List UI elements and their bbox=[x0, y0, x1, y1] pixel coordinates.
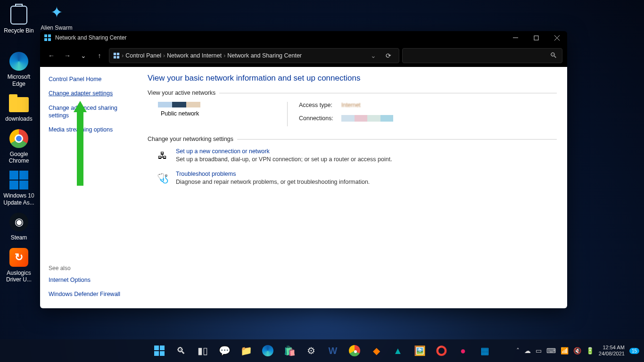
desktop-label: Microsoft Edge bbox=[1, 74, 37, 87]
sidebar-defender-firewall[interactable]: Windows Defender Firewall bbox=[49, 290, 129, 298]
up-button[interactable]: ↑ bbox=[93, 49, 106, 62]
breadcrumb-control-panel[interactable]: Control Panel bbox=[125, 52, 161, 59]
svg-rect-11 bbox=[117, 56, 119, 58]
task-view-button[interactable]: ▮▯ bbox=[193, 341, 212, 360]
address-dropdown[interactable]: ⌄ bbox=[367, 49, 380, 62]
taskbar-store[interactable]: 🛍️ bbox=[280, 341, 299, 360]
group-change-settings: Change your networking settings bbox=[148, 136, 557, 142]
address-bar[interactable]: › Control Panel › Network and Internet ›… bbox=[109, 48, 399, 63]
setup-connection-icon: 🖧 bbox=[155, 148, 170, 163]
svg-rect-9 bbox=[117, 53, 119, 55]
sidebar-change-adapter-settings[interactable]: Change adapter settings bbox=[49, 90, 129, 97]
taskbar-settings[interactable]: ⚙ bbox=[302, 341, 321, 360]
tray-wifi[interactable]: 📶 bbox=[561, 347, 569, 354]
touchpad-icon: ▭ bbox=[536, 347, 542, 354]
connections-value-redacted[interactable] bbox=[341, 115, 393, 126]
app-icon: ◆ bbox=[373, 345, 380, 356]
divider bbox=[287, 102, 288, 126]
desktop-icon-downloads[interactable]: downloads bbox=[0, 91, 38, 126]
back-button[interactable]: ← bbox=[45, 49, 58, 62]
setup-connection-desc: Set up a broadband, dial-up, or VPN conn… bbox=[176, 156, 392, 163]
breadcrumb-network-sharing[interactable]: Network and Sharing Center bbox=[227, 52, 302, 59]
tray-volume[interactable]: 🔇 bbox=[573, 347, 581, 354]
wifi-icon: 📶 bbox=[561, 347, 569, 354]
tray-keyboard[interactable]: ⌨ bbox=[546, 347, 556, 354]
close-icon bbox=[554, 35, 560, 41]
breadcrumb-sep: › bbox=[223, 52, 225, 59]
troubleshoot-title[interactable]: Troubleshoot problems bbox=[176, 171, 236, 177]
search-icon: 🔍︎ bbox=[176, 346, 186, 356]
troubleshoot-desc: Diagnose and repair network problems, or… bbox=[176, 179, 370, 185]
system-tray: ˄ ☁ ▭ ⌨ 📶 🔇 🔋 12:54 AM 24/08/2021 15 bbox=[516, 345, 644, 357]
sidebar-internet-options[interactable]: Internet Options bbox=[49, 276, 129, 284]
desktop-icon-windows-update[interactable]: Windows 10 Update As... bbox=[0, 168, 38, 210]
keyboard-icon: ⌨ bbox=[546, 347, 556, 354]
sidebar-control-panel-home[interactable]: Control Panel Home bbox=[49, 75, 129, 83]
sidebar-media-streaming[interactable]: Media streaming options bbox=[49, 126, 129, 133]
taskbar-edge[interactable] bbox=[258, 341, 277, 360]
svg-rect-2 bbox=[44, 38, 47, 41]
taskbar-explorer[interactable]: 📁 bbox=[237, 341, 256, 360]
desktop-icon-edge[interactable]: Microsoft Edge bbox=[0, 49, 38, 91]
setup-connection-title[interactable]: Set up a new connection or network bbox=[176, 148, 270, 155]
battery-icon: 🔋 bbox=[586, 347, 594, 354]
tray-onedrive[interactable]: ☁ bbox=[524, 347, 531, 354]
forward-button[interactable]: → bbox=[61, 49, 74, 62]
windows-start-icon bbox=[154, 346, 165, 356]
desktop-icon-auslogics[interactable]: ↻ Auslogics Driver U... bbox=[0, 245, 38, 287]
tray-clock[interactable]: 12:54 AM 24/08/2021 bbox=[599, 345, 625, 357]
titlebar[interactable]: Network and Sharing Center bbox=[40, 31, 567, 44]
link-troubleshoot[interactable]: 🩺 Troubleshoot problems Diagnose and rep… bbox=[155, 171, 557, 186]
group-active-networks: View your active networks bbox=[148, 90, 557, 96]
taskbar-word[interactable]: W bbox=[323, 341, 342, 360]
svg-rect-5 bbox=[534, 36, 538, 40]
refresh-button[interactable]: ⟳ bbox=[382, 49, 395, 62]
svg-rect-8 bbox=[114, 53, 116, 55]
search-button[interactable]: 🔍︎ bbox=[172, 341, 190, 360]
taskbar-app-round[interactable]: ⭕ bbox=[432, 341, 451, 360]
desktop-icon-recycle-bin[interactable]: Recycle Bin bbox=[0, 3, 38, 38]
main-content: View your basic network information and … bbox=[137, 67, 567, 308]
arrow-left-icon: ← bbox=[48, 52, 55, 59]
taskbar-app-pink[interactable]: ● bbox=[454, 341, 472, 360]
chrome-icon bbox=[349, 345, 360, 356]
svg-rect-1 bbox=[48, 34, 51, 37]
notification-badge[interactable]: 15 bbox=[629, 348, 639, 354]
close-button[interactable] bbox=[546, 31, 567, 44]
taskbar-app-teal[interactable]: ▲ bbox=[388, 341, 407, 360]
taskbar-app-blue[interactable]: ▦ bbox=[475, 341, 494, 360]
svg-rect-10 bbox=[114, 56, 116, 58]
maximize-button[interactable] bbox=[526, 31, 546, 44]
edge-icon bbox=[9, 52, 28, 71]
link-setup-connection[interactable]: 🖧 Set up a new connection or network Set… bbox=[155, 148, 557, 163]
see-also-heading: See also bbox=[49, 265, 129, 272]
taskbar-app-orange[interactable]: ◆ bbox=[367, 341, 386, 360]
widgets-button[interactable]: 💬 bbox=[215, 341, 234, 360]
desktop-icon-alien-swarm[interactable]: ✦ Alien Swarm bbox=[38, 0, 75, 35]
sidebar-change-advanced-sharing[interactable]: Change advanced sharing settings bbox=[49, 104, 129, 120]
app-icon: ▦ bbox=[480, 345, 489, 356]
tray-touchpad[interactable]: ▭ bbox=[536, 347, 542, 354]
taskbar-chrome[interactable] bbox=[345, 341, 364, 360]
chevron-down-icon: ⌄ bbox=[81, 52, 86, 59]
access-type-value: Internet bbox=[341, 102, 393, 113]
minimize-icon bbox=[513, 35, 518, 41]
window-title: Network and Sharing Center bbox=[55, 34, 126, 41]
store-icon: 🛍️ bbox=[284, 345, 296, 356]
taskbar-app-image[interactable]: 🖼️ bbox=[410, 341, 429, 360]
start-button[interactable] bbox=[150, 341, 169, 360]
desktop-label: Google Chrome bbox=[1, 151, 37, 165]
search-input[interactable]: 🔍︎ bbox=[402, 48, 562, 63]
arrow-right-icon: → bbox=[64, 52, 71, 59]
tray-chevron-up[interactable]: ˄ bbox=[516, 347, 520, 354]
desktop-label: Windows 10 Update As... bbox=[1, 192, 37, 206]
breadcrumb-network-internet[interactable]: Network and Internet bbox=[167, 52, 222, 59]
recent-dropdown[interactable]: ⌄ bbox=[77, 49, 90, 62]
minimize-button[interactable] bbox=[505, 31, 526, 44]
desktop-icon-steam[interactable]: ◉ Steam bbox=[0, 210, 38, 245]
desktop-icons: Recycle Bin ✦ Alien Swarm Microsoft Edge… bbox=[0, 0, 38, 287]
network-name-redacted bbox=[158, 102, 200, 107]
app-icon: ▲ bbox=[393, 346, 403, 356]
tray-battery[interactable]: 🔋 bbox=[586, 347, 594, 354]
desktop-icon-chrome[interactable]: Google Chrome bbox=[0, 126, 38, 168]
